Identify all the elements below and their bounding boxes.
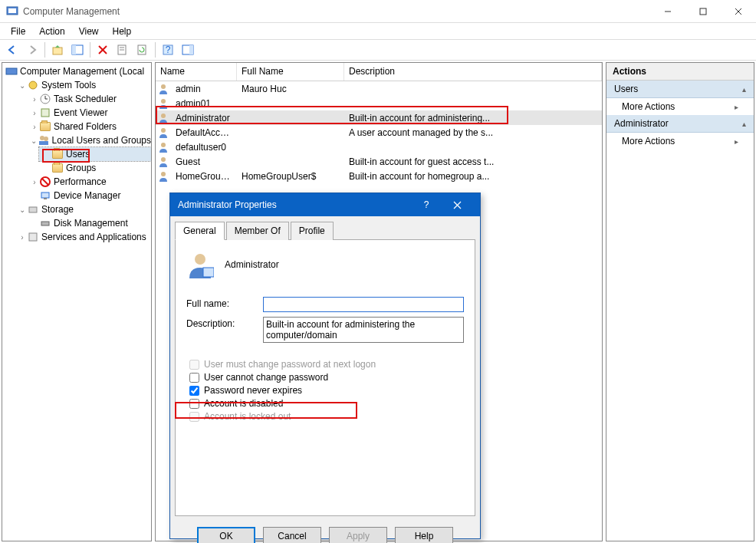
dialog-titlebar[interactable]: Administrator Properties ? xyxy=(170,193,480,216)
dialog-tabs: General Member Of Profile xyxy=(175,221,475,240)
list-row[interactable]: defaultuser0 xyxy=(156,140,602,154)
dialog-close-button[interactable] xyxy=(442,193,472,216)
tree-pane[interactable]: Computer Management (Local ⌄System Tools… xyxy=(2,62,152,541)
chk-must-change: User must change password at next logon xyxy=(186,359,464,370)
show-hide-action-button[interactable] xyxy=(179,41,197,59)
svg-rect-3 xyxy=(700,8,706,15)
svg-rect-1 xyxy=(8,8,16,13)
collapse-icon: ▴ xyxy=(742,120,746,128)
cancel-button[interactable]: Cancel xyxy=(263,527,321,543)
svg-rect-32 xyxy=(29,207,37,212)
chk-never-expires[interactable]: Password never expires xyxy=(186,385,464,396)
twisty-icon[interactable]: › xyxy=(30,109,39,117)
tab-member-of[interactable]: Member Of xyxy=(226,222,289,240)
chk-account-disabled[interactable]: Account is disabled xyxy=(186,398,464,409)
svg-point-40 xyxy=(161,157,166,162)
fullname-field[interactable] xyxy=(263,297,464,312)
svg-rect-27 xyxy=(39,141,48,145)
user-icon xyxy=(157,97,169,110)
minimize-button[interactable] xyxy=(650,0,685,23)
tree-shared-folders[interactable]: ›Shared Folders xyxy=(27,120,151,133)
twisty-icon[interactable]: › xyxy=(30,95,39,104)
svg-point-37 xyxy=(161,114,166,118)
description-field[interactable]: Built-in account for administering the c… xyxy=(263,317,464,343)
action-group-admin[interactable]: Administrator▴ xyxy=(606,115,754,133)
twisty-icon[interactable]: › xyxy=(30,123,39,131)
dialog-buttons: OK Cancel Apply Help xyxy=(170,521,480,543)
action-more-users[interactable]: More Actions▸ xyxy=(606,98,754,115)
tab-profile[interactable]: Profile xyxy=(291,222,334,240)
twisty-icon[interactable]: ⌄ xyxy=(18,81,27,90)
tree-root-label: Computer Management (Local xyxy=(20,66,144,77)
tree-users[interactable]: Users xyxy=(39,147,151,161)
forward-button[interactable] xyxy=(23,41,41,59)
svg-rect-33 xyxy=(41,222,49,225)
help-button[interactable]: Help xyxy=(395,527,453,543)
tree-device-manager[interactable]: Device Manager xyxy=(27,189,151,202)
twisty-icon[interactable]: › xyxy=(18,233,27,242)
menu-action[interactable]: Action xyxy=(33,25,71,38)
tree-services-apps[interactable]: ›Services and Applications xyxy=(15,230,151,244)
close-button[interactable] xyxy=(721,0,756,23)
user-icon xyxy=(157,112,169,124)
help-button[interactable]: ? xyxy=(159,41,177,59)
svg-text:?: ? xyxy=(166,44,171,55)
column-description[interactable]: Description xyxy=(344,63,602,81)
list-row[interactable]: admin Mauro Huc xyxy=(156,81,602,96)
tree-system-tools[interactable]: ⌄System Tools xyxy=(15,78,151,92)
chk-cannot-change[interactable]: User cannot change password xyxy=(186,372,464,383)
tree-storage[interactable]: ⌄Storage xyxy=(15,202,151,216)
menu-file[interactable]: File xyxy=(5,25,31,38)
toolbar: ? xyxy=(0,39,756,61)
chk-locked-out: Account is locked out xyxy=(186,411,464,422)
list-row[interactable]: Guest Built-in account for guest access … xyxy=(156,154,602,169)
dialog-body: Administrator Full name: Description: Bu… xyxy=(175,240,475,516)
svg-rect-24 xyxy=(41,109,49,117)
delete-button[interactable] xyxy=(94,41,112,59)
fullname-label: Full name: xyxy=(186,297,263,309)
back-button[interactable] xyxy=(3,41,21,59)
show-hide-tree-button[interactable] xyxy=(68,41,87,59)
dialog-title: Administrator Properties xyxy=(178,199,411,210)
svg-point-44 xyxy=(195,254,205,265)
collapse-icon: ▴ xyxy=(742,85,746,94)
tab-general[interactable]: General xyxy=(175,222,225,240)
tree-disk-management[interactable]: Disk Management xyxy=(27,216,151,230)
svg-rect-6 xyxy=(53,48,62,54)
list-row[interactable]: HomeGroup... HomeGroupUser$ Built-in acc… xyxy=(156,169,602,183)
svg-rect-45 xyxy=(203,268,214,277)
ok-button[interactable]: OK xyxy=(197,527,255,543)
list-header: Name Full Name Description xyxy=(156,63,602,81)
tree-performance[interactable]: ›Performance xyxy=(27,175,151,189)
refresh-button[interactable] xyxy=(133,41,152,59)
twisty-icon[interactable]: ⌄ xyxy=(30,137,38,145)
action-group-users[interactable]: Users▴ xyxy=(606,81,754,98)
user-icon xyxy=(157,127,169,139)
dialog-help-button[interactable]: ? xyxy=(411,193,442,216)
svg-point-41 xyxy=(161,172,166,176)
list-row[interactable]: DefaultAcco... A user account managed by… xyxy=(156,125,602,140)
menu-help[interactable]: Help xyxy=(107,25,138,38)
list-row-selected[interactable]: Administrator Built-in account for admin… xyxy=(156,110,602,125)
svg-point-35 xyxy=(161,84,166,89)
list-row[interactable]: admin01 xyxy=(156,96,602,110)
tree-root[interactable]: Computer Management (Local xyxy=(2,64,151,78)
twisty-icon[interactable]: ⌄ xyxy=(18,206,27,214)
maximize-button[interactable] xyxy=(685,0,721,23)
description-label: Description: xyxy=(186,317,263,329)
action-more-admin[interactable]: More Actions▸ xyxy=(606,133,754,150)
column-fullname[interactable]: Full Name xyxy=(237,63,344,81)
twisty-icon[interactable]: › xyxy=(30,178,39,186)
svg-rect-34 xyxy=(29,233,37,241)
apply-button[interactable]: Apply xyxy=(329,527,387,543)
column-name[interactable]: Name xyxy=(156,63,237,81)
tree-local-users[interactable]: ⌄Local Users and Groups xyxy=(27,133,151,147)
tree-event-viewer[interactable]: ›Event Viewer xyxy=(27,106,151,120)
up-button[interactable] xyxy=(48,41,67,59)
properties-button[interactable] xyxy=(113,41,132,59)
menu-view[interactable]: View xyxy=(73,25,105,38)
tree-groups[interactable]: Groups xyxy=(39,161,151,175)
app-icon xyxy=(6,5,18,18)
tree-task-scheduler[interactable]: ›Task Scheduler xyxy=(27,92,151,106)
svg-point-39 xyxy=(161,143,166,147)
